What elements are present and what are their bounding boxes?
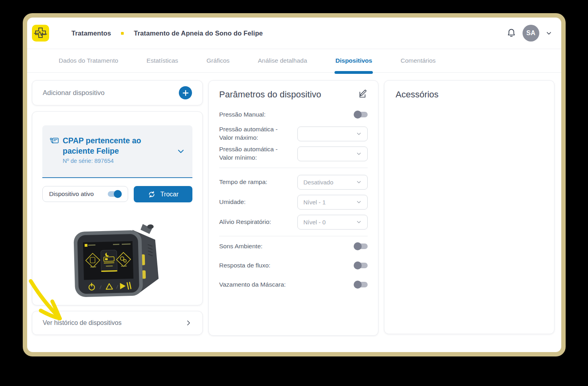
device-parameters-card: Parâmetros do dispositivo Pressão Manual… xyxy=(208,80,378,336)
param-row-pressao-auto-max: Pressão automática - Valor máximo: xyxy=(219,125,368,143)
divider xyxy=(219,236,368,236)
accessories-card: Acessórios xyxy=(384,80,554,334)
chevron-down-icon xyxy=(356,131,362,137)
app-window-frame: Tratamentos Tratamento de Apneia do Sono… xyxy=(23,13,566,356)
devices-column: Adicionar dispositivo xyxy=(32,80,203,335)
param-row-sons-ambiente: Sons Ambiente: xyxy=(219,241,368,251)
tab-dados-do-tratamento[interactable]: Dados do Tratamento xyxy=(59,49,118,72)
tab-comentarios[interactable]: Comentários xyxy=(400,49,436,72)
active-tab-indicator xyxy=(335,71,373,74)
tab-graficos[interactable]: Gráficos xyxy=(206,49,230,72)
breadcrumb-root[interactable]: Tratamentos xyxy=(71,30,111,37)
cpap-device-image xyxy=(66,221,168,299)
edit-pencil-icon xyxy=(358,89,368,99)
pressao-auto-min-select[interactable] xyxy=(297,146,368,161)
notifications-bell-icon[interactable] xyxy=(506,28,517,38)
cpap-device-icon xyxy=(49,137,59,146)
device-history-link[interactable]: Ver histórico de dispositivos xyxy=(32,311,203,335)
device-active-control[interactable]: Dispositivo ativo xyxy=(42,186,128,202)
swap-device-button[interactable]: Trocar xyxy=(134,186,192,202)
avatar-initials: SA xyxy=(526,30,535,37)
vazamento-mascara-toggle[interactable] xyxy=(354,282,368,287)
device-active-label: Dispositivo ativo xyxy=(49,190,94,198)
divider xyxy=(219,168,368,168)
header: Tratamentos Tratamento de Apneia do Sono… xyxy=(27,18,561,49)
tab-bar: Dados do Tratamento Estatísticas Gráfico… xyxy=(27,49,561,73)
avatar[interactable]: SA xyxy=(523,25,539,42)
sons-ambiente-toggle[interactable] xyxy=(354,243,368,249)
plus-icon xyxy=(182,89,189,97)
swap-refresh-icon xyxy=(148,190,156,198)
tab-analise-detalhada[interactable]: Análise detalhada xyxy=(258,49,307,72)
alivio-respiratorio-select[interactable]: Nível - 0 xyxy=(297,215,368,230)
page-title: Tratamento de Apneia do Sono do Felipe xyxy=(134,30,263,37)
swap-device-label: Trocar xyxy=(160,191,179,198)
param-row-pressao-auto-min: Pressão automática - Valor mínimo: xyxy=(219,145,368,162)
chevron-right-icon xyxy=(185,319,192,327)
device-title: CPAP pertencente ao paciente Felipe xyxy=(63,136,175,156)
chevron-down-icon xyxy=(356,150,362,157)
brand-logo-icon xyxy=(32,25,49,42)
pressao-manual-toggle[interactable] xyxy=(354,112,368,117)
param-row-vazamento-mascara: Vazamento da Máscara: xyxy=(219,280,368,289)
app-window: Tratamentos Tratamento de Apneia do Sono… xyxy=(27,18,561,352)
resposta-fluxo-toggle[interactable] xyxy=(354,263,368,268)
param-row-tempo-rampa: Tempo de rampa: Desativado xyxy=(219,173,368,191)
breadcrumb: Tratamentos Tratamento de Apneia do Sono… xyxy=(71,30,263,37)
parameters-title: Parâmetros do dispositivo xyxy=(219,89,321,100)
tab-dispositivos[interactable]: Dispositivos xyxy=(335,49,372,72)
chevron-down-icon xyxy=(356,179,362,185)
device-serial-number: Nº de série: 897654 xyxy=(63,158,175,164)
tab-estatisticas[interactable]: Estatísticas xyxy=(147,49,178,72)
breadcrumb-separator xyxy=(121,32,124,35)
add-device-card[interactable]: Adicionar dispositivo xyxy=(32,80,203,105)
add-device-button[interactable] xyxy=(179,86,192,99)
param-row-umidade: Umidade: Nível - 1 xyxy=(219,193,368,211)
content-area: Adicionar dispositivo xyxy=(27,73,561,336)
param-row-pressao-manual: Pressão Manual: xyxy=(219,110,368,119)
current-device-card: CPAP pertencente ao paciente Felipe Nº d… xyxy=(32,111,203,305)
header-actions: SA xyxy=(506,25,552,42)
add-device-label: Adicionar dispositivo xyxy=(43,89,105,97)
param-row-alivio-respiratorio: Alívio Respiratório: Nível - 0 xyxy=(219,213,368,231)
tempo-rampa-select[interactable]: Desativado xyxy=(297,175,368,190)
edit-parameters-button[interactable] xyxy=(358,89,368,100)
device-history-label: Ver histórico de dispositivos xyxy=(43,319,121,327)
device-active-toggle[interactable] xyxy=(108,191,121,197)
account-menu-chevron-icon[interactable] xyxy=(545,30,552,37)
chevron-down-icon xyxy=(356,219,362,225)
accessories-title: Acessórios xyxy=(396,89,439,99)
param-row-resposta-fluxo: Resposta de fluxo: xyxy=(219,261,368,270)
chevron-down-icon xyxy=(356,199,362,205)
device-expand-chevron-icon[interactable] xyxy=(176,147,185,156)
device-header-expander[interactable]: CPAP pertencente ao paciente Felipe Nº d… xyxy=(42,125,192,178)
pressao-auto-max-select[interactable] xyxy=(297,127,368,141)
umidade-select[interactable]: Nível - 1 xyxy=(297,195,368,210)
